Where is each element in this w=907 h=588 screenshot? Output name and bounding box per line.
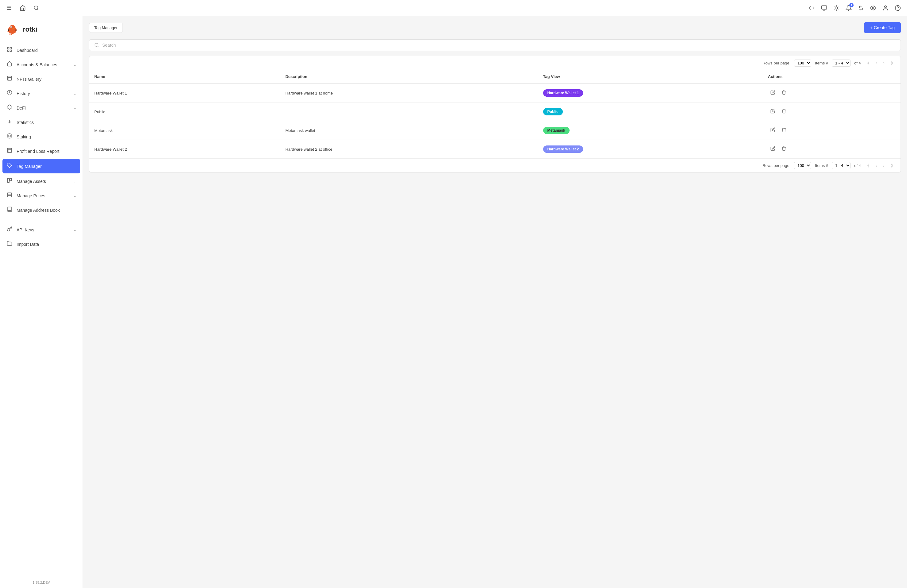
- col-description: Description: [280, 70, 538, 83]
- sidebar-item-manage-prices[interactable]: Manage Prices ⌄: [0, 189, 83, 203]
- sidebar-item-nfts-gallery[interactable]: NFTs Gallery: [0, 72, 83, 86]
- svg-point-51: [95, 43, 98, 46]
- help-icon[interactable]: [894, 4, 902, 12]
- row-2-description: [280, 102, 538, 121]
- svg-point-15: [873, 7, 874, 9]
- content-inner: Tag Manager + Create Tag Rows per page: …: [83, 16, 907, 179]
- theme-icon[interactable]: [832, 4, 841, 12]
- next-page-button[interactable]: ›: [881, 59, 887, 67]
- edit-public-button[interactable]: [768, 107, 778, 117]
- notifications-bell-icon[interactable]: [18, 4, 27, 12]
- svg-rect-41: [7, 148, 12, 153]
- monitor-icon[interactable]: [820, 4, 828, 12]
- user-icon[interactable]: [881, 4, 890, 12]
- sidebar-nav: Dashboard Accounts & Balances ⌄ NFTs Gal: [0, 43, 83, 577]
- svg-point-5: [835, 6, 838, 9]
- main-layout: rotki Dashboard Accounts & Balances: [0, 16, 907, 588]
- notifications-icon[interactable]: 1: [845, 4, 853, 12]
- sidebar-item-staking[interactable]: Staking: [0, 129, 83, 144]
- items-range-select[interactable]: 1 - 4: [832, 59, 851, 67]
- accounts-chevron-icon: ⌄: [74, 62, 77, 67]
- search-icon[interactable]: [32, 4, 40, 12]
- prev-page-button-bottom[interactable]: ‹: [873, 162, 880, 169]
- delete-hw2-button[interactable]: [779, 144, 789, 154]
- rows-per-page-select[interactable]: 100 50 25: [794, 59, 811, 67]
- edit-metamask-button[interactable]: [768, 126, 778, 135]
- row-3-actions: [763, 121, 901, 140]
- tag-pill-hw2: Hardware Wallet 2: [543, 145, 583, 153]
- search-bar: [89, 39, 901, 51]
- items-label-bottom: Items #: [815, 163, 828, 168]
- items-total-bottom: of 4: [854, 163, 861, 168]
- table-row: Public Public: [89, 102, 901, 121]
- sidebar-item-tag-manager[interactable]: Tag Manager: [2, 159, 80, 173]
- items-total: of 4: [854, 61, 861, 66]
- table-header: Name Description Tag View Actions: [89, 70, 901, 83]
- table-row: Metamask Metamask wallet Metamask: [89, 121, 901, 140]
- prev-page-button[interactable]: ‹: [873, 59, 880, 67]
- sidebar-item-profit-loss[interactable]: Profit and Loss Report: [0, 144, 83, 158]
- row-1-name: Hardware Wallet 1: [89, 83, 280, 102]
- row-1-actions: [763, 83, 901, 102]
- sidebar-item-dashboard[interactable]: Dashboard: [0, 43, 83, 58]
- main-content: Tag Manager + Create Tag Rows per page: …: [83, 16, 907, 588]
- code-icon[interactable]: [808, 4, 816, 12]
- row-2-name: Public: [89, 102, 280, 121]
- svg-line-1: [37, 9, 38, 10]
- svg-point-28: [15, 29, 17, 31]
- api-keys-icon: [6, 226, 13, 233]
- sidebar-item-accounts-balances[interactable]: Accounts & Balances ⌄: [0, 58, 83, 72]
- tag-pill-hw1: Hardware Wallet 1: [543, 89, 583, 97]
- app-logo-icon: [5, 22, 20, 37]
- next-page-button-bottom[interactable]: ›: [881, 162, 887, 169]
- nfts-icon: [6, 75, 13, 83]
- sidebar-item-label-history: History: [17, 91, 70, 96]
- svg-point-27: [8, 29, 9, 31]
- row-3-tag-view: Metamask: [538, 121, 763, 140]
- create-tag-button[interactable]: + Create Tag: [864, 22, 901, 33]
- sidebar-item-defi[interactable]: DeFi ⌄: [0, 101, 83, 115]
- delete-public-button[interactable]: [779, 107, 789, 117]
- svg-line-13: [838, 6, 838, 6]
- breadcrumb: Tag Manager: [89, 23, 123, 33]
- sidebar-item-manage-assets[interactable]: Manage Assets ⌄: [0, 174, 83, 189]
- sidebar-item-api-keys[interactable]: API Keys ⌄: [0, 222, 83, 237]
- sidebar-item-import-data[interactable]: Import Data: [0, 237, 83, 251]
- row-4-tag-view: Hardware Wallet 2: [538, 140, 763, 159]
- topbar: ☰: [0, 0, 907, 16]
- first-page-button-bottom[interactable]: ⟪: [865, 162, 872, 169]
- sidebar-item-label-staking: Staking: [17, 134, 77, 139]
- first-page-button[interactable]: ⟪: [865, 59, 872, 67]
- history-chevron-icon: ⌄: [74, 91, 77, 96]
- delete-metamask-button[interactable]: [779, 126, 789, 135]
- pagination-controls-top: ⟪ ‹ › ⟫: [865, 59, 896, 67]
- delete-hw1-button[interactable]: [779, 88, 789, 98]
- search-input[interactable]: [102, 43, 896, 48]
- sidebar-item-label-profit-loss: Profit and Loss Report: [17, 149, 77, 154]
- edit-hw2-button[interactable]: [768, 144, 778, 154]
- items-label: Items #: [815, 61, 828, 66]
- svg-rect-32: [10, 50, 12, 51]
- items-range-select-bottom[interactable]: 1 - 4: [832, 162, 851, 169]
- pagination-controls-bottom: ⟪ ‹ › ⟫: [865, 162, 896, 169]
- row-3-description: Metamask wallet: [280, 121, 538, 140]
- rows-per-page-select-bottom[interactable]: 100 50 25: [794, 162, 811, 169]
- sidebar-item-history[interactable]: History ⌄: [0, 86, 83, 101]
- sidebar-item-manage-address-book[interactable]: Manage Address Book: [0, 203, 83, 217]
- last-page-button-bottom[interactable]: ⟫: [888, 162, 896, 169]
- sidebar-item-statistics[interactable]: Statistics: [0, 115, 83, 129]
- tag-pill-public: Public: [543, 108, 563, 115]
- sidebar-logo: rotki: [0, 16, 83, 43]
- last-page-button[interactable]: ⟫: [888, 59, 896, 67]
- row-2-tag-view: Public: [538, 102, 763, 121]
- dollar-icon[interactable]: [857, 4, 865, 12]
- staking-icon: [6, 133, 13, 140]
- address-book-icon: [6, 206, 13, 214]
- edit-hw1-button[interactable]: [768, 88, 778, 98]
- svg-line-9: [838, 10, 838, 10]
- menu-icon[interactable]: ☰: [5, 4, 13, 12]
- sidebar-item-label-dashboard: Dashboard: [17, 48, 77, 53]
- table-row: Hardware Wallet 2 Hardware wallet 2 at o…: [89, 140, 901, 159]
- row-1-tag-view: Hardware Wallet 1: [538, 83, 763, 102]
- eye-icon[interactable]: [869, 4, 878, 12]
